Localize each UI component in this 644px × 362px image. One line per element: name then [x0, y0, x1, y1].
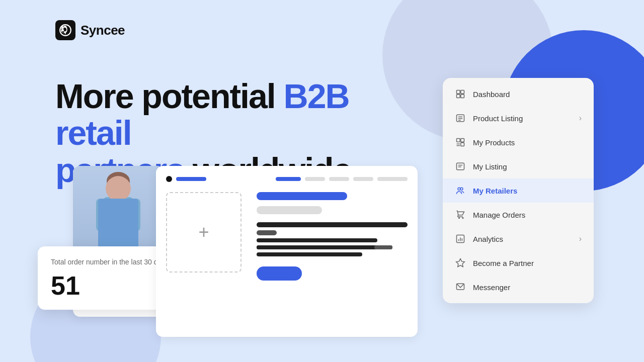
dash-dot [166, 176, 172, 182]
svg-marker-19 [456, 259, 465, 267]
svg-rect-8 [457, 139, 460, 142]
svg-point-28 [114, 188, 116, 190]
svg-rect-24 [96, 199, 104, 231]
dash-upload-box: + [166, 192, 242, 273]
dash-text-line-5 [257, 252, 362, 256]
sidebar-item-label-my-retailers: My Retailers [473, 187, 582, 195]
chevron-right-icon: › [579, 234, 582, 243]
dash-text-line-4 [257, 245, 392, 249]
dash-bar-1 [176, 177, 206, 181]
sidebar-item-label-product-listing: Product Listing [473, 114, 572, 123]
svg-point-17 [460, 188, 463, 190]
svg-point-21 [107, 176, 129, 198]
dash-pill-blue-1 [257, 192, 347, 200]
dash-left: + [166, 192, 247, 281]
svg-rect-9 [461, 139, 464, 142]
dash-plus-icon: + [198, 222, 209, 243]
messenger-icon [455, 282, 466, 293]
dash-bar-2 [276, 177, 301, 181]
sidebar-item-manage-orders[interactable]: Manage Orders [443, 203, 594, 227]
dashboard-preview-panel: + [156, 166, 418, 337]
sidebar-item-become-partner[interactable]: Become a Partner [443, 251, 594, 275]
svg-point-29 [121, 188, 123, 190]
sidebar-item-label-become-partner: Become a Partner [473, 259, 582, 267]
dash-text-line-2 [257, 230, 277, 235]
dash-action-button [257, 266, 302, 281]
sidebar-item-label-analytics: Analytics [473, 235, 572, 243]
svg-rect-1 [461, 90, 464, 94]
sidebar-item-label-dashboard: Dashboard [473, 90, 582, 99]
sidebar-item-label-my-products: My Products [473, 138, 582, 147]
logo-text: Syncee [80, 23, 125, 38]
dash-bar-3 [305, 177, 325, 181]
svg-rect-0 [457, 90, 460, 94]
sidebar-item-analytics[interactable]: Analytics› [443, 227, 594, 251]
svg-point-22 [107, 172, 130, 190]
svg-rect-12 [461, 143, 464, 146]
headline-line1-black: More potential [55, 77, 284, 115]
svg-rect-13 [457, 163, 464, 169]
products-icon [455, 137, 466, 148]
dash-text-block [257, 222, 408, 256]
sidebar-item-messenger[interactable]: Messenger [443, 275, 594, 299]
sidebar-item-label-manage-orders: Manage Orders [473, 211, 582, 219]
sidebar-item-my-retailers[interactable]: My Retailers [443, 178, 594, 203]
logo-icon [55, 20, 75, 40]
sidebar-item-product-listing[interactable]: Product Listing› [443, 106, 594, 130]
analytics-icon [455, 233, 466, 244]
chevron-right-icon: › [579, 114, 582, 123]
dash-text-line-1 [257, 222, 408, 227]
svg-rect-3 [461, 95, 464, 98]
sidebar-item-label-messenger: Messenger [473, 283, 582, 292]
logo-area: Syncee [55, 20, 125, 40]
syncee-logo-svg [59, 24, 72, 37]
dash-bar-4 [329, 177, 349, 181]
dash-right [257, 192, 408, 281]
retailers-icon [455, 185, 466, 196]
svg-rect-25 [132, 199, 140, 231]
orders-icon [455, 209, 466, 220]
svg-rect-2 [457, 95, 460, 98]
sidebar-panel: DashboardProduct Listing›My ProductsMy L… [443, 78, 594, 303]
dash-topbar [166, 176, 408, 182]
dash-content: + [166, 192, 408, 281]
dash-text-line-3 [257, 238, 377, 242]
svg-rect-23 [103, 197, 133, 247]
dash-bar-5 [353, 177, 373, 181]
my-listing-icon [455, 161, 466, 172]
headline-line1: More potential B2B retail [55, 77, 349, 152]
sidebar-item-label-my-listing: My Listing [473, 162, 582, 171]
sidebar-item-my-products[interactable]: My Products [443, 130, 594, 154]
dash-bar-6 [377, 177, 408, 181]
sidebar-item-my-listing[interactable]: My Listing [443, 154, 594, 178]
dashboard-icon [455, 88, 466, 100]
dash-pill-gray-1 [257, 206, 322, 214]
sidebar-item-dashboard[interactable]: Dashboard [443, 82, 594, 106]
listing-icon [455, 113, 466, 124]
partner-icon [455, 257, 466, 268]
